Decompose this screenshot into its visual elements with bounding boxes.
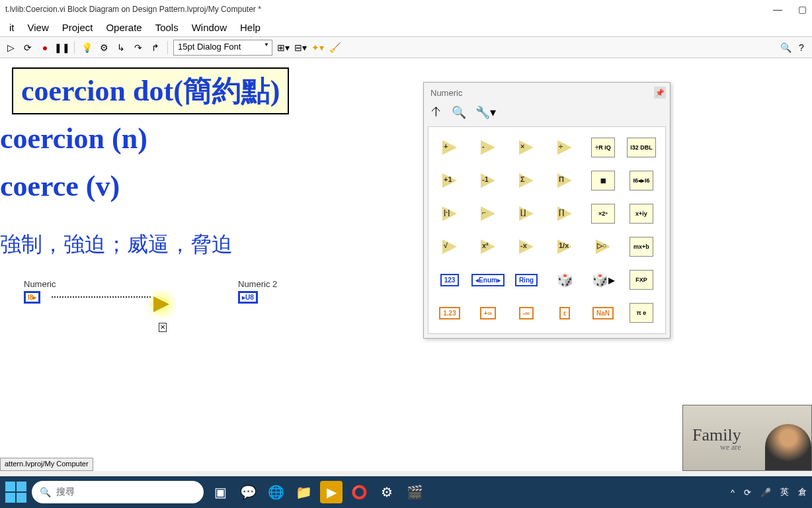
palette-item-24[interactable]: 123 — [435, 270, 464, 290]
step-out-button[interactable]: ↱ — [149, 41, 162, 54]
menu-project[interactable]: Project — [56, 19, 100, 36]
palette-item-30[interactable]: 1.23 — [435, 303, 464, 323]
palette-item-10[interactable]: ▦ — [589, 171, 618, 190]
search-placeholder: 搜尋 — [56, 486, 75, 498]
windows-taskbar: 🔍 搜尋 ▣ 💬 🌐 📁 ▶ ⭕ ⚙ 🎬 ^ ⟳ 🎤 英 倉 — [0, 476, 812, 508]
explorer-icon[interactable]: 📁 — [292, 481, 315, 503]
palette-title-text: Numeric — [430, 88, 462, 98]
palette-item-29[interactable]: FXP — [627, 270, 656, 290]
palette-item-11[interactable]: I6◂▸I6 — [627, 171, 656, 190]
palette-item-32[interactable]: -∞ — [512, 303, 541, 323]
palette-item-9[interactable] — [550, 171, 579, 190]
minimize-button[interactable]: — — [773, 4, 782, 15]
palette-item-1[interactable] — [473, 138, 503, 157]
palette-item-18[interactable] — [435, 237, 464, 257]
palette-customize-icon[interactable]: 🔧▾ — [475, 105, 496, 120]
palette-item-21[interactable] — [550, 237, 579, 257]
palette-pin-button[interactable]: 📌 — [654, 87, 666, 99]
palette-item-7[interactable] — [473, 171, 503, 190]
palette-item-34[interactable]: NaN — [589, 303, 618, 323]
palette-item-20[interactable] — [512, 237, 541, 257]
text-coercion-n: coercion (n) — [0, 122, 147, 155]
palette-item-35[interactable]: π e — [627, 303, 656, 323]
abort-button[interactable]: ● — [38, 41, 52, 54]
cleanup-button[interactable]: 🧹 — [328, 41, 341, 54]
palette-item-17[interactable]: x+iy — [627, 204, 656, 224]
chat-icon[interactable]: 💬 — [237, 481, 259, 503]
tray-sync-icon[interactable]: ⟳ — [744, 487, 751, 497]
palette-item-13[interactable] — [473, 204, 503, 224]
highlight-button[interactable]: 💡 — [80, 41, 93, 54]
tray-ime2[interactable]: 倉 — [798, 486, 807, 498]
palette-item-22[interactable] — [589, 237, 618, 257]
maximize-button[interactable]: ▢ — [798, 4, 807, 15]
help-icon[interactable]: ? — [795, 41, 808, 54]
palette-item-2[interactable] — [512, 138, 541, 157]
palette-item-6[interactable] — [435, 171, 464, 190]
webcam-person — [765, 424, 811, 470]
palette-up-icon[interactable]: 🡡 — [430, 106, 442, 120]
palette-item-33[interactable]: ε — [550, 303, 579, 323]
labview-icon[interactable]: ▶ — [320, 481, 343, 503]
edge-icon[interactable]: 🌐 — [264, 481, 287, 503]
menu-window[interactable]: Window — [185, 19, 233, 36]
numeric-control-terminal[interactable]: I8▸ — [24, 291, 40, 304]
app-icon[interactable]: 🎬 — [403, 481, 426, 503]
palette-item-4[interactable]: ÷R IQ — [589, 138, 618, 157]
start-button[interactable] — [5, 482, 26, 503]
tray-mic-icon[interactable]: 🎤 — [760, 487, 771, 497]
palette-item-25[interactable]: ◂Enum▸ — [473, 270, 503, 290]
palette-item-3[interactable] — [550, 138, 579, 157]
settings-icon[interactable]: ⚙ — [376, 481, 398, 503]
palette-item-0[interactable] — [435, 138, 464, 157]
menu-edit[interactable]: it — [3, 19, 21, 36]
run-continuous-button[interactable]: ⟳ — [21, 41, 34, 54]
palette-item-16[interactable]: ×2ⁿ — [589, 204, 618, 224]
window-titlebar: t.lvlib:Coercion.vi Block Diagram on Des… — [0, 0, 812, 19]
align-button[interactable]: ⊞▾ — [276, 41, 290, 54]
taskview-icon[interactable]: ▣ — [209, 481, 231, 503]
wire[interactable] — [52, 296, 151, 298]
palette-item-23[interactable]: mx+b — [627, 237, 656, 257]
palette-search-icon[interactable]: 🔍 — [452, 105, 466, 120]
resize-button[interactable]: ✦▾ — [311, 41, 324, 54]
search-icon: 🔍 — [40, 487, 51, 497]
broken-wire-icon[interactable]: ✕ — [159, 323, 167, 332]
palette-item-27[interactable]: 🎲 — [550, 270, 579, 290]
menu-tools[interactable]: Tools — [149, 19, 185, 36]
palette-item-19[interactable] — [473, 237, 503, 257]
palette-item-14[interactable] — [512, 204, 541, 224]
chrome-icon[interactable]: ⭕ — [348, 481, 370, 503]
font-selector[interactable]: 15pt Dialog Font — [173, 40, 272, 56]
toolbar: ▷ ⟳ ● ❚❚ 💡 ⚙ ↳ ↷ ↱ 15pt Dialog Font ⊞▾ ⊟… — [0, 37, 812, 58]
palette-item-26[interactable]: Ring — [512, 270, 541, 290]
palette-title-bar[interactable]: Numeric 📌 — [424, 83, 670, 103]
taskbar-search[interactable]: 🔍 搜尋 — [32, 481, 204, 503]
menu-help[interactable]: Help — [233, 19, 267, 36]
palette-item-5[interactable]: I32 DBL — [627, 138, 656, 157]
palette-item-8[interactable] — [512, 171, 541, 190]
palette-item-12[interactable] — [435, 204, 464, 224]
distribute-button[interactable]: ⊟▾ — [294, 41, 307, 54]
step-into-button[interactable]: ↳ — [114, 41, 128, 54]
menu-bar: it View Project Operate Tools Window Hel… — [0, 19, 812, 37]
tray-chevron-icon[interactable]: ^ — [731, 487, 735, 497]
numeric2-indicator-terminal[interactable]: ▸U8 — [238, 291, 258, 304]
window-title: t.lvlib:Coercion.vi Block Diagram on Des… — [5, 5, 261, 14]
palette-item-28[interactable]: 🎲▸ — [589, 270, 618, 290]
run-button[interactable]: ▷ — [4, 41, 17, 54]
add-function-node[interactable] — [145, 288, 177, 320]
pause-button[interactable]: ❚❚ — [56, 41, 69, 54]
title-label: coercion dot(簡約點) — [12, 67, 289, 114]
text-chinese: 強制，強迫；威逼，脅迫 — [0, 230, 233, 259]
palette-item-15[interactable] — [550, 204, 579, 224]
retain-wire-button[interactable]: ⚙ — [97, 41, 110, 54]
step-over-button[interactable]: ↷ — [132, 41, 145, 54]
palette-item-31[interactable]: +∞ — [473, 303, 503, 323]
functions-palette[interactable]: Numeric 📌 🡡 🔍 🔧▾ ÷R IQI32 DBL▦I6◂▸I6×2ⁿx… — [423, 82, 670, 339]
menu-operate[interactable]: Operate — [99, 19, 148, 36]
search-icon[interactable]: 🔍 — [779, 41, 792, 54]
system-tray[interactable]: ^ ⟳ 🎤 英 倉 — [731, 486, 807, 498]
menu-view[interactable]: View — [21, 19, 56, 36]
tray-ime1[interactable]: 英 — [780, 486, 789, 498]
